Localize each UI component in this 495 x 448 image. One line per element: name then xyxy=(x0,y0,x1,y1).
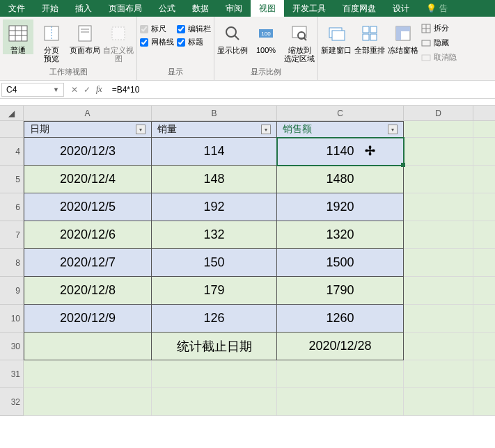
cell-empty[interactable] xyxy=(24,333,152,360)
row-header-4[interactable]: 4 xyxy=(0,138,24,166)
cell-empty[interactable] xyxy=(404,305,473,333)
btn-arrange-all[interactable]: 全部重排 xyxy=(354,19,385,54)
cell-date[interactable]: 2020/12/6 xyxy=(24,221,152,249)
accept-formula-icon[interactable]: ✓ xyxy=(84,85,91,95)
cell-empty[interactable] xyxy=(473,166,495,193)
cell-amount[interactable]: 1920 xyxy=(277,193,404,221)
cell-amount[interactable]: 1790 xyxy=(277,277,404,305)
row-header-7[interactable]: 7 xyxy=(0,221,24,249)
cell-amount[interactable]: 1320 xyxy=(277,221,404,249)
tab-tellme[interactable]: 💡告 xyxy=(418,0,456,17)
cell-empty[interactable] xyxy=(24,360,152,388)
tab-baidu[interactable]: 百度网盘 xyxy=(334,0,384,17)
select-all-corner[interactable]: ◢ xyxy=(0,106,24,121)
filter-dropdown-icon[interactable]: ▾ xyxy=(261,125,271,134)
cell-amount[interactable]: 1140✢ xyxy=(277,138,404,166)
btn-normal-view[interactable]: 普通 xyxy=(3,19,33,54)
tab-pagelayout[interactable]: 页面布局 xyxy=(100,0,150,17)
cell-empty[interactable] xyxy=(404,121,473,138)
chk-formulabar[interactable]: 编辑栏 xyxy=(177,24,211,34)
cell-empty[interactable] xyxy=(277,388,404,416)
btn-freeze-panes[interactable]: 冻结窗格 xyxy=(388,19,418,54)
cell-date[interactable]: 2020/12/7 xyxy=(24,249,152,277)
row-header-30[interactable]: 30 xyxy=(0,333,24,360)
cell-summary-label[interactable]: 统计截止日期 xyxy=(152,333,277,360)
cell-empty[interactable] xyxy=(404,138,473,166)
cell-amount[interactable]: 1500 xyxy=(277,249,404,277)
row-header-8[interactable]: 8 xyxy=(0,249,24,277)
fx-icon[interactable]: fx xyxy=(96,84,102,95)
cell-empty[interactable] xyxy=(473,193,495,221)
cell-empty[interactable] xyxy=(473,249,495,277)
cell-empty[interactable] xyxy=(24,388,152,416)
btn-split[interactable]: 拆分 xyxy=(421,22,457,34)
cell-qty[interactable]: 148 xyxy=(152,166,277,193)
col-header-D[interactable]: D xyxy=(404,106,473,121)
btn-hide[interactable]: 隐藏 xyxy=(421,37,457,49)
cell-empty[interactable] xyxy=(473,333,495,360)
name-box[interactable]: C4 ▼ xyxy=(1,83,64,97)
tab-formulas[interactable]: 公式 xyxy=(150,0,184,17)
btn-page-layout-view[interactable]: 页面布局 xyxy=(70,19,100,54)
row-header-10[interactable]: 10 xyxy=(0,305,24,333)
col-header-C[interactable]: C xyxy=(277,106,404,121)
chk-ruler[interactable]: 标尺 xyxy=(140,24,174,34)
row-header-32[interactable]: 32 xyxy=(0,388,24,416)
cell-date[interactable]: 2020/12/8 xyxy=(24,277,152,305)
cell-empty[interactable] xyxy=(404,360,473,388)
cell-empty[interactable] xyxy=(473,121,495,138)
cell-empty[interactable] xyxy=(404,221,473,249)
btn-new-window[interactable]: 新建窗口 xyxy=(321,19,352,54)
cell-summary-value[interactable]: 2020/12/28 xyxy=(277,333,404,360)
cell-amount[interactable]: 1260 xyxy=(277,305,404,333)
spreadsheet-grid[interactable]: ◢ABCD日期▾销量▾销售额▾42020/12/31141140✢52020/1… xyxy=(0,106,495,416)
col-header-extra[interactable] xyxy=(473,106,495,121)
btn-zoom-100[interactable]: 100 100% xyxy=(251,19,281,54)
tab-developer[interactable]: 开发工具 xyxy=(284,0,334,17)
name-box-dropdown-icon[interactable]: ▼ xyxy=(53,86,59,93)
btn-custom-view[interactable]: 自定义视图 xyxy=(103,19,134,63)
cell-empty[interactable] xyxy=(152,360,277,388)
cell-date[interactable]: 2020/12/5 xyxy=(24,193,152,221)
cell-empty[interactable] xyxy=(404,333,473,360)
cell-amount[interactable]: 1480 xyxy=(277,166,404,193)
cell-qty[interactable]: 126 xyxy=(152,305,277,333)
cell-empty[interactable] xyxy=(404,277,473,305)
cell-empty[interactable] xyxy=(473,305,495,333)
cell-empty[interactable] xyxy=(404,249,473,277)
tab-review[interactable]: 审阅 xyxy=(217,0,251,17)
cell-date[interactable]: 2020/12/4 xyxy=(24,166,152,193)
row-header-31[interactable]: 31 xyxy=(0,360,24,388)
cell-qty[interactable]: 192 xyxy=(152,193,277,221)
tab-design[interactable]: 设计 xyxy=(384,0,418,17)
header-amount[interactable]: 销售额▾ xyxy=(277,121,404,138)
cell-qty[interactable]: 114 xyxy=(152,138,277,166)
btn-pagebreak-preview[interactable]: 分页 预览 xyxy=(36,19,67,63)
btn-zoom-selection[interactable]: 缩放到 选定区域 xyxy=(284,19,315,63)
cell-empty[interactable] xyxy=(473,388,495,416)
filter-dropdown-icon[interactable]: ▾ xyxy=(136,125,146,134)
tab-file[interactable]: 文件 xyxy=(0,0,33,17)
col-header-A[interactable]: A xyxy=(24,106,152,121)
cell-empty[interactable] xyxy=(473,277,495,305)
tab-home[interactable]: 开始 xyxy=(33,0,67,17)
btn-zoom[interactable]: 显示比例 xyxy=(217,19,248,54)
tab-data[interactable]: 数据 xyxy=(184,0,217,17)
tab-view[interactable]: 视图 xyxy=(251,0,284,17)
cell-qty[interactable]: 179 xyxy=(152,277,277,305)
cell-empty[interactable] xyxy=(277,360,404,388)
row-header-5[interactable]: 5 xyxy=(0,166,24,193)
row-header-6[interactable]: 6 xyxy=(0,193,24,221)
filter-dropdown-icon[interactable]: ▾ xyxy=(388,125,398,134)
cell-empty[interactable] xyxy=(404,388,473,416)
cell-empty[interactable] xyxy=(404,166,473,193)
cell-empty[interactable] xyxy=(473,138,495,166)
cell-empty[interactable] xyxy=(473,221,495,249)
btn-unhide[interactable]: 取消隐 xyxy=(421,51,457,63)
cell-date[interactable]: 2020/12/9 xyxy=(24,305,152,333)
cell-qty[interactable]: 132 xyxy=(152,221,277,249)
row-header-9[interactable]: 9 xyxy=(0,277,24,305)
cell-empty[interactable] xyxy=(473,360,495,388)
row-header-3[interactable] xyxy=(0,121,24,138)
formula-input[interactable] xyxy=(108,83,495,97)
